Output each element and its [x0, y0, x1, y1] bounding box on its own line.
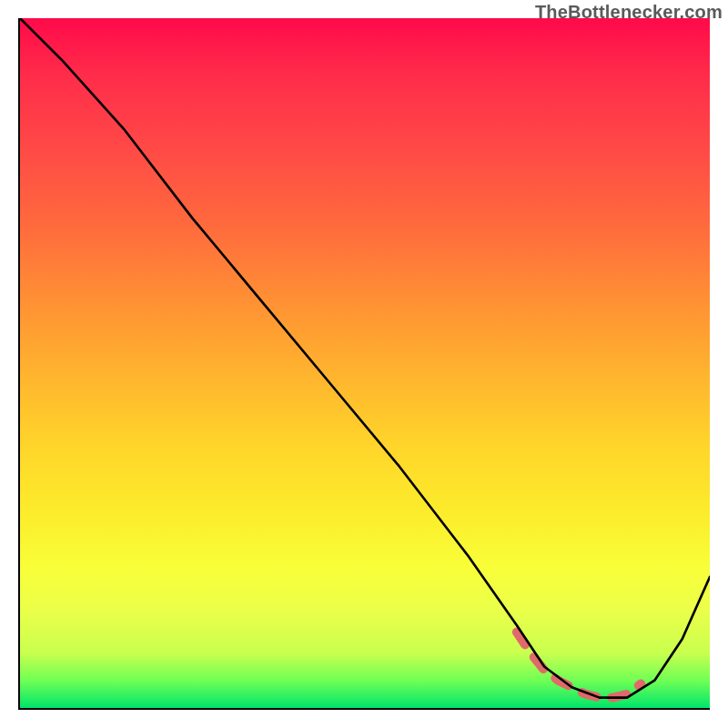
- watermark-text: TheBottlenecker.com: [535, 2, 723, 23]
- chart-root: TheBottlenecker.com: [0, 0, 728, 728]
- plot-area: [18, 18, 710, 710]
- heat-gradient-background: [20, 18, 710, 708]
